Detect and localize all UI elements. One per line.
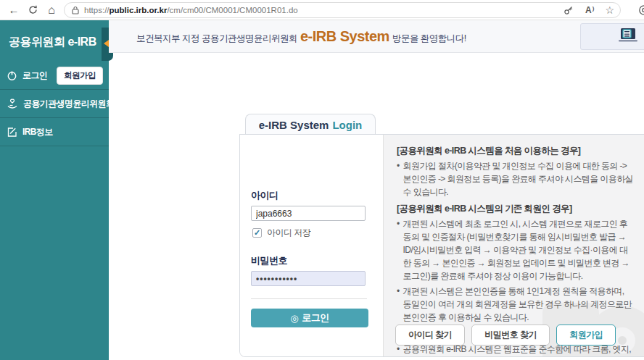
login-form: 아이디 ✓ 아이디 저장 비밀번호 ◎ 로그인	[240, 135, 383, 356]
save-id-checkbox[interactable]: ✓	[252, 228, 262, 238]
url-text[interactable]: https://public.irb.or.kr/cm/cm00/CM0001/…	[84, 6, 298, 14]
notice-header: [공용위원회 e-IRB 시스템을 처음 이용하는 경우]	[397, 145, 634, 157]
find-id-button[interactable]: 아이디 찾기	[395, 325, 465, 346]
id-input[interactable]	[251, 206, 366, 221]
login-tab: e-IRB System Login	[245, 114, 376, 135]
back-icon[interactable]: ←	[4, 2, 23, 18]
sidebar-item-login[interactable]: 로그인 회원가입	[0, 62, 109, 90]
id-label: 아이디	[251, 189, 383, 202]
hand-heart-icon	[7, 98, 18, 109]
favorites-star-icon[interactable]: ☆	[605, 4, 614, 16]
find-password-button[interactable]: 비밀번호 찾기	[471, 325, 550, 346]
login-button-icon: ◎	[290, 313, 298, 324]
sidebar-signup-button[interactable]: 회원가입	[57, 67, 103, 85]
bullet-icon: •	[397, 285, 400, 324]
signup-button[interactable]: 회원가입	[556, 325, 616, 346]
browser-toolbar: ← ⌂ https://public.irb.or.kr/cm/cm00/CM0…	[0, 0, 644, 20]
laptop-icon	[616, 27, 640, 47]
sidebar-item-label: IRB정보	[22, 126, 53, 138]
password-label: 비밀번호	[251, 254, 383, 267]
login-tab-accent: Login	[332, 119, 362, 131]
system-name: e-IRB System	[297, 28, 392, 44]
welcome-prefix: 보건복지부 지정 공용기관생명윤리위원회	[136, 33, 297, 43]
password-input[interactable]	[251, 271, 366, 286]
notice-text: 회원가입 절차(이용약관 및 개인정보 수집 이용에 대한 동의 -> 본인인증…	[403, 159, 634, 198]
power-icon	[7, 70, 17, 81]
settings-gear-icon[interactable]	[637, 4, 644, 20]
home-icon[interactable]: ⌂	[42, 2, 61, 18]
notice-item: •회원가입 절차(이용약관 및 개인정보 수집 이용에 대한 동의 -> 본인인…	[397, 159, 634, 198]
login-card: e-IRB System Login 아이디 ✓ 아이디 저장 비밀번호 ◎ 로…	[239, 114, 644, 357]
login-tab-title: e-IRB System	[259, 119, 329, 131]
sidebar-item-irb-info[interactable]: IRB정보	[0, 118, 109, 146]
collapse-arrow-icon	[104, 40, 109, 47]
notice-header: [공용위원회 e-IRB 시스템의 기존 회원인 경우]	[397, 203, 634, 215]
url-path: /cm/cm00/CM0001/CM0001R01.do	[167, 6, 297, 14]
notice-panel: [공용위원회 e-IRB 시스템을 처음 이용하는 경우] •회원가입 절차(이…	[383, 135, 644, 356]
save-id-label: 아이디 저장	[267, 227, 310, 239]
welcome-message: 보건복지부 지정 공용기관생명윤리위원회e-IRB System방문을 환영합니…	[136, 28, 466, 45]
pencil-note-icon	[7, 127, 17, 138]
notice-text: 개편된 시스템은 본인인증을 통해 1인1계정 원칙을 적용하며, 동일인이 여…	[403, 285, 634, 324]
bullet-icon: •	[397, 217, 400, 282]
url-prefix: https://	[84, 6, 110, 14]
save-id-row[interactable]: ✓ 아이디 저장	[252, 227, 383, 239]
notice-item: •개편된 시스템은 본인인증을 통해 1인1계정 원칙을 적용하며, 동일인이 …	[397, 285, 634, 324]
welcome-suffix: 방문을 환영합니다!	[392, 33, 466, 43]
sidebar: 공용위원회 e-IRB 로그인 회원가입 공용기관생명윤리위원회 IRB정보	[0, 20, 109, 360]
sidebar-item-label: 공용기관생명윤리위원회	[23, 98, 114, 110]
login-card-body: 아이디 ✓ 아이디 저장 비밀번호 ◎ 로그인 [공용위원회 e-IRB 시스템…	[239, 134, 644, 357]
bullet-icon: •	[397, 159, 400, 198]
read-aloud-mark: )	[593, 5, 595, 12]
form-divider	[251, 298, 367, 299]
refresh-icon[interactable]	[23, 2, 42, 18]
lock-icon[interactable]	[72, 6, 79, 14]
address-bar[interactable]: https://public.irb.or.kr/cm/cm00/CM0001/…	[64, 2, 621, 18]
key-icon[interactable]	[564, 5, 574, 15]
login-button[interactable]: ◎ 로그인	[251, 309, 368, 327]
url-domain: public.irb.or.kr	[110, 6, 168, 14]
notice-text: 개편된 시스템에 최초 로그인 시, 시스템 개편으로 재로그인 후 동의 및 …	[403, 217, 634, 282]
corner-shortcut-button[interactable]: 공용기	[580, 23, 644, 50]
read-aloud-icon[interactable]: A)	[585, 5, 593, 15]
welcome-banner: 보건복지부 지정 공용기관생명윤리위원회e-IRB System방문을 환영합니…	[109, 20, 644, 53]
app-window: ← ⌂ https://public.irb.or.kr/cm/cm00/CM0…	[0, 0, 644, 360]
sidebar-item-committee[interactable]: 공용기관생명윤리위원회	[0, 90, 109, 118]
notice-item: •개편된 시스템에 최초 로그인 시, 시스템 개편으로 재로그인 후 동의 및…	[397, 217, 634, 282]
account-actions: 아이디 찾기 비밀번호 찾기 회원가입	[395, 325, 616, 346]
login-button-label: 로그인	[302, 311, 329, 325]
sidebar-item-label: 로그인	[22, 70, 47, 82]
sidebar-app-title: 공용위원회 e-IRB	[0, 20, 109, 62]
